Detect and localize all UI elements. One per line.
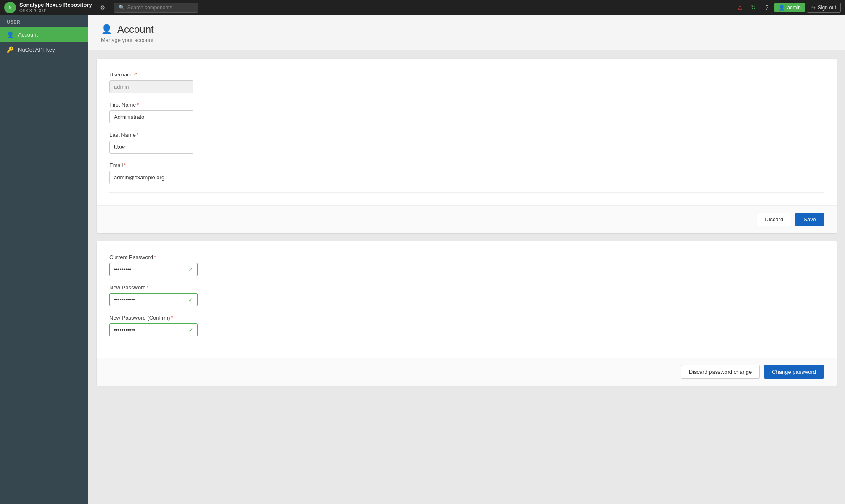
lastname-label: Last Name* (109, 132, 824, 138)
settings-icon[interactable]: ⚙ (97, 2, 109, 13)
new-password-wrapper: ✓ (109, 293, 198, 306)
topbar-icons: ⚠ ↻ ? 👤 admin ↪ Sign out (734, 2, 841, 13)
password-card-body: Current Password* ✓ New Password* ✓ (97, 242, 837, 358)
sidebar-section-user: User (0, 15, 88, 27)
new-password-input[interactable] (109, 293, 198, 306)
password-card: Current Password* ✓ New Password* ✓ (97, 242, 837, 386)
search-icon: 🔍 (119, 5, 125, 10)
password-card-footer: Discard password change Change password (97, 358, 837, 386)
page-header: 👤 Account Manage your account (88, 15, 845, 50)
account-card-footer: Discard Save (97, 205, 837, 233)
confirm-password-input[interactable] (109, 323, 198, 336)
new-password-label: New Password* (109, 284, 824, 291)
signout-button[interactable]: ↪ Sign out (807, 3, 841, 13)
help-icon[interactable]: ? (761, 2, 773, 13)
topbar: N Sonatype Nexus Repository OSS 3.70.3-0… (0, 0, 845, 15)
account-card: Username* First Name* Last Name* (97, 59, 837, 233)
current-password-label: Current Password* (109, 254, 824, 260)
brand-logo: N (4, 2, 16, 13)
form-divider (109, 192, 824, 193)
discard-password-button[interactable]: Discard password change (681, 365, 760, 379)
admin-label: admin (787, 5, 801, 10)
brand-text: Sonatype Nexus Repository OSS 3.70.3-01 (19, 2, 92, 13)
new-password-group: New Password* ✓ (109, 284, 824, 306)
new-password-check-icon: ✓ (188, 297, 193, 303)
alert-icon[interactable]: ⚠ (734, 2, 746, 13)
confirm-password-required: * (171, 315, 173, 321)
confirm-password-group: New Password (Confirm)* ✓ (109, 315, 824, 336)
email-group: Email* (109, 162, 824, 184)
sidebar-account-label: Account (18, 32, 38, 38)
signout-label: Sign out (818, 5, 836, 10)
lastname-group: Last Name* (109, 132, 824, 154)
firstname-label: First Name* (109, 102, 824, 108)
sidebar: User 👤 Account 🔑 NuGet API Key (0, 15, 88, 504)
key-icon: 🔑 (7, 46, 14, 53)
brand: N Sonatype Nexus Repository OSS 3.70.3-0… (4, 2, 92, 13)
confirm-password-check-icon: ✓ (188, 327, 193, 333)
main-content: 👤 Account Manage your account Username* … (88, 15, 845, 504)
confirm-password-label: New Password (Confirm)* (109, 315, 824, 321)
username-required: * (135, 71, 137, 78)
current-password-required: * (154, 254, 156, 260)
lastname-required: * (137, 132, 139, 138)
save-button[interactable]: Save (795, 213, 824, 226)
sidebar-nuget-label: NuGet API Key (18, 47, 55, 53)
firstname-group: First Name* (109, 102, 824, 123)
username-group: Username* (109, 71, 824, 93)
page-title: Account (117, 24, 154, 35)
current-password-group: Current Password* ✓ (109, 254, 824, 276)
username-label: Username* (109, 71, 824, 78)
sidebar-item-nuget[interactable]: 🔑 NuGet API Key (0, 42, 88, 57)
admin-badge[interactable]: 👤 admin (774, 3, 805, 12)
account-card-body: Username* First Name* Last Name* (97, 59, 837, 205)
sidebar-item-account[interactable]: 👤 Account (0, 27, 88, 42)
brand-version: OSS 3.70.3-01 (19, 8, 92, 13)
firstname-input[interactable] (109, 110, 193, 123)
username-input (109, 80, 193, 93)
email-input[interactable] (109, 171, 193, 184)
email-label: Email* (109, 162, 824, 168)
password-divider (109, 345, 824, 345)
discard-button[interactable]: Discard (757, 213, 791, 226)
refresh-icon[interactable]: ↻ (747, 2, 759, 13)
current-password-check-icon: ✓ (188, 266, 193, 273)
signout-icon: ↪ (811, 5, 816, 10)
email-required: * (124, 162, 126, 168)
current-password-wrapper: ✓ (109, 263, 198, 276)
search-box[interactable]: 🔍 (114, 3, 198, 13)
search-input[interactable] (127, 5, 193, 10)
new-password-required: * (147, 284, 149, 291)
lastname-input[interactable] (109, 141, 193, 154)
page-header-icon: 👤 (101, 24, 112, 35)
account-icon: 👤 (7, 31, 14, 38)
page-title-row: 👤 Account (101, 24, 154, 35)
current-password-input[interactable] (109, 263, 198, 276)
firstname-required: * (137, 102, 139, 108)
page-subtitle: Manage your account (101, 37, 153, 43)
change-password-button[interactable]: Change password (764, 365, 824, 379)
confirm-password-wrapper: ✓ (109, 323, 198, 336)
brand-title: Sonatype Nexus Repository (19, 2, 92, 8)
user-icon: 👤 (779, 5, 785, 10)
app-body: User 👤 Account 🔑 NuGet API Key 👤 Account… (0, 15, 845, 504)
